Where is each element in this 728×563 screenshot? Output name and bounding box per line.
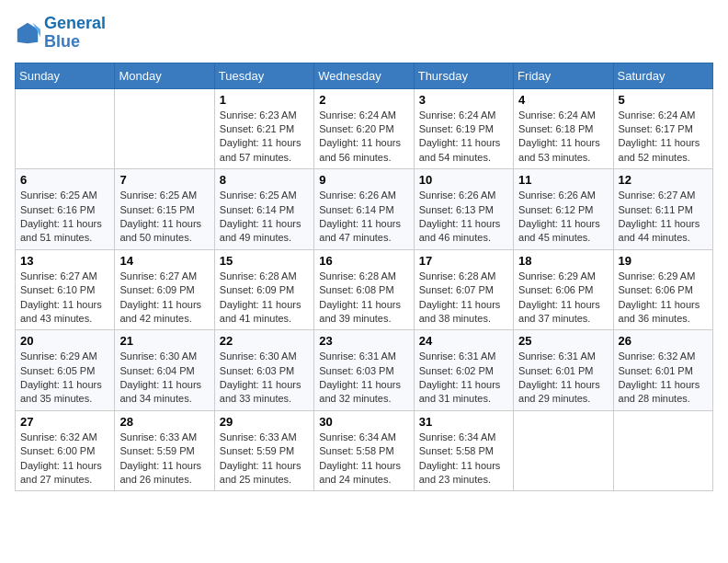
day-number: 20 xyxy=(20,334,109,348)
day-number: 27 xyxy=(20,415,109,429)
cell-info: Sunrise: 6:24 AM Sunset: 6:17 PM Dayligh… xyxy=(619,109,708,166)
day-number: 2 xyxy=(319,93,408,107)
day-number: 5 xyxy=(619,93,708,107)
cell-info: Sunrise: 6:29 AM Sunset: 6:06 PM Dayligh… xyxy=(518,270,608,327)
day-number: 13 xyxy=(20,254,109,268)
calendar-cell: 9Sunrise: 6:26 AM Sunset: 6:14 PM Daylig… xyxy=(314,169,414,250)
day-number: 25 xyxy=(518,334,608,348)
day-number: 31 xyxy=(419,415,508,429)
calendar-cell xyxy=(16,88,115,169)
day-number: 8 xyxy=(220,173,309,187)
calendar-cell: 22Sunrise: 6:30 AM Sunset: 6:03 PM Dayli… xyxy=(214,330,313,411)
calendar-cell: 24Sunrise: 6:31 AM Sunset: 6:02 PM Dayli… xyxy=(414,330,513,411)
cell-info: Sunrise: 6:30 AM Sunset: 6:03 PM Dayligh… xyxy=(220,350,309,407)
day-number: 18 xyxy=(518,254,608,268)
day-number: 21 xyxy=(119,334,209,348)
calendar-cell: 2Sunrise: 6:24 AM Sunset: 6:20 PM Daylig… xyxy=(314,88,414,169)
day-number: 24 xyxy=(419,334,508,348)
day-number: 9 xyxy=(319,173,408,187)
day-number: 19 xyxy=(619,254,708,268)
cell-info: Sunrise: 6:24 AM Sunset: 6:18 PM Dayligh… xyxy=(518,109,608,166)
cell-info: Sunrise: 6:25 AM Sunset: 6:16 PM Dayligh… xyxy=(20,189,109,246)
day-number: 6 xyxy=(20,173,109,187)
calendar-cell xyxy=(115,88,214,169)
day-number: 11 xyxy=(518,173,608,187)
logo: General Blue xyxy=(15,15,106,52)
cell-info: Sunrise: 6:25 AM Sunset: 6:15 PM Dayligh… xyxy=(119,189,209,246)
calendar-cell: 3Sunrise: 6:24 AM Sunset: 6:19 PM Daylig… xyxy=(414,88,513,169)
cell-info: Sunrise: 6:34 AM Sunset: 5:58 PM Dayligh… xyxy=(319,431,408,488)
calendar-week-row: 27Sunrise: 6:32 AM Sunset: 6:00 PM Dayli… xyxy=(16,410,713,491)
calendar-cell: 25Sunrise: 6:31 AM Sunset: 6:01 PM Dayli… xyxy=(514,330,613,411)
day-header-thursday: Thursday xyxy=(414,63,513,88)
cell-info: Sunrise: 6:28 AM Sunset: 6:08 PM Dayligh… xyxy=(319,270,408,327)
calendar-cell: 11Sunrise: 6:26 AM Sunset: 6:12 PM Dayli… xyxy=(514,169,613,250)
cell-info: Sunrise: 6:25 AM Sunset: 6:14 PM Dayligh… xyxy=(220,189,309,246)
calendar-cell: 26Sunrise: 6:32 AM Sunset: 6:01 PM Dayli… xyxy=(613,330,712,411)
calendar-cell: 6Sunrise: 6:25 AM Sunset: 6:16 PM Daylig… xyxy=(16,169,115,250)
day-header-wednesday: Wednesday xyxy=(314,63,414,88)
calendar-cell: 5Sunrise: 6:24 AM Sunset: 6:17 PM Daylig… xyxy=(613,88,712,169)
calendar-cell: 14Sunrise: 6:27 AM Sunset: 6:09 PM Dayli… xyxy=(115,249,214,330)
cell-info: Sunrise: 6:34 AM Sunset: 5:58 PM Dayligh… xyxy=(419,431,508,488)
cell-info: Sunrise: 6:26 AM Sunset: 6:13 PM Dayligh… xyxy=(419,189,508,246)
day-number: 28 xyxy=(119,415,209,429)
day-number: 7 xyxy=(119,173,209,187)
cell-info: Sunrise: 6:28 AM Sunset: 6:07 PM Dayligh… xyxy=(419,270,508,327)
calendar-cell: 1Sunrise: 6:23 AM Sunset: 6:21 PM Daylig… xyxy=(214,88,313,169)
cell-info: Sunrise: 6:27 AM Sunset: 6:10 PM Dayligh… xyxy=(20,270,109,327)
calendar-cell xyxy=(613,410,712,491)
calendar-cell: 10Sunrise: 6:26 AM Sunset: 6:13 PM Dayli… xyxy=(414,169,513,250)
day-number: 29 xyxy=(220,415,309,429)
day-header-tuesday: Tuesday xyxy=(214,63,313,88)
cell-info: Sunrise: 6:29 AM Sunset: 6:06 PM Dayligh… xyxy=(619,270,708,327)
calendar-cell: 4Sunrise: 6:24 AM Sunset: 6:18 PM Daylig… xyxy=(514,88,613,169)
logo-text: General Blue xyxy=(44,15,106,52)
calendar-cell: 7Sunrise: 6:25 AM Sunset: 6:15 PM Daylig… xyxy=(115,169,214,250)
calendar-cell: 27Sunrise: 6:32 AM Sunset: 6:00 PM Dayli… xyxy=(16,410,115,491)
cell-info: Sunrise: 6:30 AM Sunset: 6:04 PM Dayligh… xyxy=(119,350,209,407)
day-header-sunday: Sunday xyxy=(16,63,115,88)
day-number: 3 xyxy=(419,93,508,107)
day-number: 14 xyxy=(119,254,209,268)
calendar-week-row: 6Sunrise: 6:25 AM Sunset: 6:16 PM Daylig… xyxy=(16,169,713,250)
cell-info: Sunrise: 6:33 AM Sunset: 5:59 PM Dayligh… xyxy=(119,431,209,488)
day-header-monday: Monday xyxy=(115,63,214,88)
calendar-cell: 30Sunrise: 6:34 AM Sunset: 5:58 PM Dayli… xyxy=(314,410,414,491)
logo-icon xyxy=(15,20,40,46)
calendar-cell: 16Sunrise: 6:28 AM Sunset: 6:08 PM Dayli… xyxy=(314,249,414,330)
cell-info: Sunrise: 6:28 AM Sunset: 6:09 PM Dayligh… xyxy=(220,270,309,327)
cell-info: Sunrise: 6:32 AM Sunset: 6:01 PM Dayligh… xyxy=(619,350,708,407)
calendar-cell: 23Sunrise: 6:31 AM Sunset: 6:03 PM Dayli… xyxy=(314,330,414,411)
calendar-header-row: SundayMondayTuesdayWednesdayThursdayFrid… xyxy=(16,63,713,88)
day-number: 16 xyxy=(319,254,408,268)
cell-info: Sunrise: 6:29 AM Sunset: 6:05 PM Dayligh… xyxy=(20,350,109,407)
day-number: 17 xyxy=(419,254,508,268)
day-number: 30 xyxy=(319,415,408,429)
calendar-week-row: 13Sunrise: 6:27 AM Sunset: 6:10 PM Dayli… xyxy=(16,249,713,330)
day-number: 10 xyxy=(419,173,508,187)
calendar-cell xyxy=(514,410,613,491)
cell-info: Sunrise: 6:27 AM Sunset: 6:09 PM Dayligh… xyxy=(119,270,209,327)
day-header-saturday: Saturday xyxy=(613,63,712,88)
day-number: 4 xyxy=(518,93,608,107)
cell-info: Sunrise: 6:32 AM Sunset: 6:00 PM Dayligh… xyxy=(20,431,109,488)
cell-info: Sunrise: 6:24 AM Sunset: 6:19 PM Dayligh… xyxy=(419,109,508,166)
day-number: 22 xyxy=(220,334,309,348)
calendar-cell: 18Sunrise: 6:29 AM Sunset: 6:06 PM Dayli… xyxy=(514,249,613,330)
day-number: 26 xyxy=(619,334,708,348)
day-number: 15 xyxy=(220,254,309,268)
calendar-week-row: 20Sunrise: 6:29 AM Sunset: 6:05 PM Dayli… xyxy=(16,330,713,411)
cell-info: Sunrise: 6:33 AM Sunset: 5:59 PM Dayligh… xyxy=(220,431,309,488)
calendar-cell: 15Sunrise: 6:28 AM Sunset: 6:09 PM Dayli… xyxy=(214,249,313,330)
day-header-friday: Friday xyxy=(514,63,613,88)
calendar-cell: 8Sunrise: 6:25 AM Sunset: 6:14 PM Daylig… xyxy=(214,169,313,250)
calendar-cell: 29Sunrise: 6:33 AM Sunset: 5:59 PM Dayli… xyxy=(214,410,313,491)
calendar-cell: 13Sunrise: 6:27 AM Sunset: 6:10 PM Dayli… xyxy=(16,249,115,330)
day-number: 23 xyxy=(319,334,408,348)
calendar-cell: 21Sunrise: 6:30 AM Sunset: 6:04 PM Dayli… xyxy=(115,330,214,411)
calendar-cell: 28Sunrise: 6:33 AM Sunset: 5:59 PM Dayli… xyxy=(115,410,214,491)
cell-info: Sunrise: 6:31 AM Sunset: 6:01 PM Dayligh… xyxy=(518,350,608,407)
calendar-cell: 31Sunrise: 6:34 AM Sunset: 5:58 PM Dayli… xyxy=(414,410,513,491)
cell-info: Sunrise: 6:31 AM Sunset: 6:03 PM Dayligh… xyxy=(319,350,408,407)
